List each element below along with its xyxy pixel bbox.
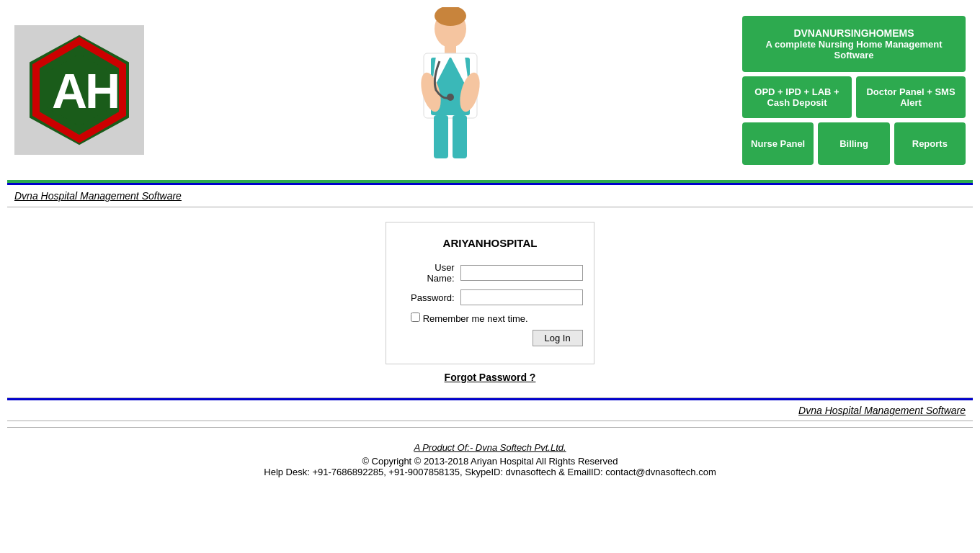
- svg-point-14: [447, 94, 454, 101]
- header: A H: [0, 0, 980, 180]
- bottom-nav-link[interactable]: Dvna Hospital Management Software: [798, 405, 966, 416]
- tiles-row-1: OPD + IPD + LAB + Cash Deposit Doctor Pa…: [742, 76, 966, 118]
- password-row: Password:: [408, 287, 586, 308]
- reports-tile[interactable]: Reports: [894, 122, 966, 165]
- username-input[interactable]: [460, 265, 583, 281]
- nurse-panel-tile[interactable]: Nurse Panel: [742, 122, 814, 165]
- svg-text:A: A: [52, 63, 87, 118]
- logo-area: A H: [14, 25, 159, 155]
- footer-nav: Dvna Hospital Management Software: [0, 400, 980, 421]
- forgot-password-link[interactable]: Forgot Password ?: [445, 372, 536, 383]
- svg-rect-15: [434, 115, 448, 158]
- top-nav-bar: Dvna Hospital Management Software: [0, 185, 980, 207]
- copyright-text: © Copyright © 2013-2018 Ariyan Hospital …: [362, 456, 618, 467]
- password-label: Password:: [408, 287, 458, 308]
- app-name-tile: DVNANURSINGHOMEMS A complete Nursing Hom…: [742, 16, 966, 72]
- product-link[interactable]: A Product Of:- Dvna Softech Pvt.Ltd.: [7, 442, 973, 453]
- username-row: User Name:: [408, 259, 586, 287]
- login-btn-row: Log In: [408, 327, 586, 349]
- login-container: ARIYANHOSPITAL User Name: Password: Reme…: [386, 222, 594, 364]
- main-content: ARIYANHOSPITAL User Name: Password: Reme…: [0, 207, 980, 397]
- billing-tile[interactable]: Billing: [818, 122, 889, 165]
- hospital-name: ARIYANHOSPITAL: [408, 237, 572, 249]
- username-label: User Name:: [408, 259, 458, 287]
- doctor-area: [159, 7, 742, 173]
- nav-tiles: DVNANURSINGHOMEMS A complete Nursing Hom…: [742, 16, 966, 165]
- doctor-panel-tile[interactable]: Doctor Panel + SMS Alert: [856, 76, 966, 118]
- doctor-figure-icon: [404, 7, 497, 173]
- svg-text:H: H: [85, 63, 120, 118]
- logo-box: A H: [14, 25, 144, 155]
- login-form: User Name: Password: Remember me next ti…: [408, 259, 572, 349]
- password-input[interactable]: [460, 289, 583, 305]
- remember-checkbox[interactable]: [411, 313, 420, 322]
- footer-bottom: A Product Of:- Dvna Softech Pvt.Ltd. © C…: [0, 428, 980, 485]
- tiles-row-2: Nurse Panel Billing Reports: [742, 122, 966, 165]
- top-nav-link[interactable]: Dvna Hospital Management Software: [14, 190, 182, 202]
- svg-rect-16: [453, 115, 467, 158]
- login-button[interactable]: Log In: [533, 330, 583, 346]
- opd-ipd-tile[interactable]: OPD + IPD + LAB + Cash Deposit: [742, 76, 852, 118]
- helpdesk-text: Help Desk: +91-7686892285, +91-900785813…: [264, 467, 716, 477]
- remember-label: Remember me next time.: [423, 313, 528, 324]
- remember-row: Remember me next time.: [408, 308, 586, 327]
- logo-icon: A H: [22, 32, 137, 148]
